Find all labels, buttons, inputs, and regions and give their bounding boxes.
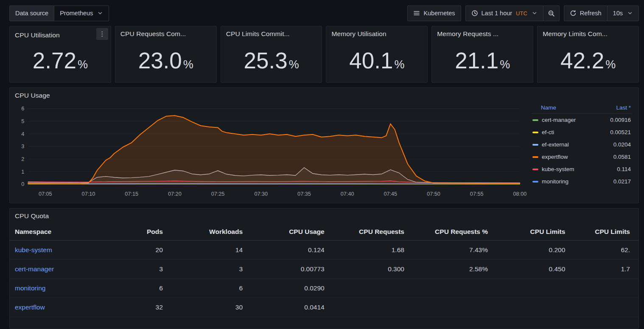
legend-item[interactable]: monitoring0.0217 bbox=[532, 175, 632, 188]
stat-panel-2: CPU Requests Com...23.0% bbox=[115, 26, 217, 83]
stat-value: 25.3% bbox=[221, 41, 322, 80]
legend-item[interactable]: cert-manager0.00916 bbox=[532, 114, 632, 126]
panel-menu-button[interactable]: ⋮ bbox=[96, 28, 108, 40]
stat-panel-title[interactable]: Memory Utilisation bbox=[331, 30, 386, 38]
datasource-select[interactable]: Prometheus bbox=[54, 6, 109, 21]
stat-number: 40.1 bbox=[349, 48, 393, 73]
value-cell: 0.300 bbox=[333, 260, 413, 279]
refresh-interval-select[interactable]: 10s bbox=[608, 6, 639, 21]
column-header-2[interactable]: Pods bbox=[92, 223, 171, 241]
cpu-quota-panel-header: CPU Quota bbox=[10, 208, 638, 220]
time-range-picker[interactable]: Last 1 hour UTC bbox=[465, 6, 543, 21]
value-cell: 1.68 bbox=[333, 241, 413, 260]
stat-unit: % bbox=[605, 58, 616, 71]
value-cell: 3 bbox=[171, 260, 251, 279]
value-cell: 3 bbox=[92, 260, 171, 279]
namespace-link[interactable]: expertflow bbox=[15, 304, 45, 311]
cpu-usage-chart-area: 012345607:0507:1007:1507:2007:2507:3007:… bbox=[13, 101, 526, 202]
column-header-8[interactable]: CPU Limits bbox=[574, 223, 638, 241]
svg-text:5: 5 bbox=[21, 118, 24, 124]
stat-number: 23.0 bbox=[138, 48, 182, 73]
stat-panel-title[interactable]: Memory Limits Com... bbox=[543, 30, 608, 38]
column-header-3[interactable]: Workloads bbox=[171, 223, 251, 241]
legend-series-value: 0.0217 bbox=[613, 178, 631, 185]
value-cell bbox=[333, 298, 413, 317]
legend-series-name[interactable]: expertflow bbox=[542, 154, 613, 160]
svg-text:4: 4 bbox=[21, 131, 24, 137]
series-color-swatch bbox=[532, 181, 538, 183]
stat-unit: % bbox=[394, 58, 404, 71]
stat-panel-title[interactable]: CPU Utilisation bbox=[15, 31, 60, 39]
cpu-usage-graph-body: 012345607:0507:1007:1507:2007:2507:3007:… bbox=[10, 99, 638, 203]
namespace-link[interactable]: kube-system bbox=[15, 246, 52, 253]
legend-item[interactable]: ef-external0.0204 bbox=[532, 138, 632, 151]
clock-icon bbox=[471, 10, 478, 17]
legend-series-name[interactable]: cert-manager bbox=[542, 117, 610, 123]
series-color-swatch bbox=[532, 144, 538, 146]
panel-title-cpu-usage[interactable]: CPU Usage bbox=[15, 92, 50, 99]
column-header-4[interactable]: CPU Usage bbox=[251, 223, 333, 241]
stat-panel-title[interactable]: CPU Limits Commit... bbox=[226, 30, 290, 38]
value-cell bbox=[333, 279, 413, 298]
legend-series-name[interactable]: monitoring bbox=[542, 178, 613, 185]
value-cell: 20 bbox=[92, 241, 171, 260]
value-cell bbox=[574, 279, 638, 298]
stat-panel-title[interactable]: Memory Requests ... bbox=[437, 30, 498, 38]
datasource-label: Data source bbox=[9, 6, 54, 21]
legend-name-header[interactable]: Name bbox=[541, 104, 556, 111]
value-cell: 32 bbox=[92, 298, 171, 317]
svg-text:07:50: 07:50 bbox=[427, 191, 440, 197]
refresh-icon bbox=[570, 10, 577, 17]
cpu-usage-panel-header: CPU Usage bbox=[10, 88, 638, 99]
cpu-usage-chart[interactable]: 012345607:0507:1007:1507:2007:2507:3007:… bbox=[13, 101, 526, 198]
chevron-down-icon bbox=[532, 10, 538, 16]
svg-text:2: 2 bbox=[21, 156, 24, 162]
column-header-5[interactable]: CPU Requests bbox=[333, 223, 413, 241]
stat-unit: % bbox=[500, 58, 510, 71]
refresh-button[interactable]: Refresh bbox=[564, 6, 608, 21]
stat-panel-5: Memory Requests ...21.1% bbox=[431, 26, 533, 83]
column-header-1[interactable]: Namespace bbox=[10, 223, 92, 241]
legend-series-name[interactable]: ef-external bbox=[542, 141, 613, 148]
value-cell: 0.124 bbox=[251, 241, 333, 260]
stat-unit: % bbox=[183, 58, 193, 71]
series-color-swatch bbox=[532, 132, 538, 133]
svg-text:07:05: 07:05 bbox=[39, 191, 52, 197]
panel-title-cpu-quota[interactable]: CPU Quota bbox=[15, 212, 49, 220]
toolbar-right: Kubernetes Last 1 hour UTC Refresh bbox=[407, 6, 639, 21]
legend-last-header[interactable]: Last * bbox=[616, 104, 631, 111]
table-row: kube-system20140.1241.687.43%0.20062. bbox=[10, 241, 638, 260]
legend-item[interactable]: ef-cti0.00521 bbox=[532, 126, 632, 138]
column-header-6[interactable]: CPU Requests % bbox=[413, 223, 496, 241]
namespace-link[interactable]: cert-manager bbox=[15, 265, 54, 273]
legend-item[interactable]: expertflow0.0581 bbox=[532, 151, 632, 163]
legend-series-name[interactable]: kube-system bbox=[542, 166, 617, 172]
legend-series-name[interactable]: ef-cti bbox=[542, 129, 610, 135]
legend-item[interactable]: kube-system0.114 bbox=[532, 163, 632, 175]
zoom-out-button[interactable] bbox=[543, 6, 560, 21]
datasource-value-text: Prometheus bbox=[60, 10, 93, 17]
time-controls: Last 1 hour UTC bbox=[465, 6, 560, 21]
cpu-usage-legend: Name Last * cert-manager0.00916ef-cti0.0… bbox=[526, 101, 635, 202]
dashboard-page: Data source Prometheus Kubernetes Last 1… bbox=[0, 0, 644, 329]
timezone-label: UTC bbox=[516, 10, 527, 17]
svg-text:08:00: 08:00 bbox=[513, 191, 526, 197]
cpu-usage-panel: CPU Usage 012345607:0507:1007:1507:2007:… bbox=[9, 87, 639, 203]
svg-text:6: 6 bbox=[21, 105, 24, 112]
kubernetes-button[interactable]: Kubernetes bbox=[407, 6, 461, 21]
namespace-cell: cert-manager bbox=[10, 260, 92, 279]
stat-panel-header: Memory Requests ... bbox=[432, 26, 533, 38]
svg-text:0: 0 bbox=[21, 181, 24, 187]
quota-header-row: NamespacePodsWorkloadsCPU UsageCPU Reque… bbox=[10, 223, 638, 241]
legend-series-value: 0.0204 bbox=[613, 141, 631, 148]
namespace-link[interactable]: monitoring bbox=[15, 284, 45, 292]
stat-number: 42.2 bbox=[560, 48, 604, 73]
value-cell bbox=[413, 298, 496, 317]
stat-panel-header: Memory Utilisation bbox=[326, 26, 427, 38]
toolbar-left: Data source Prometheus bbox=[9, 6, 109, 21]
column-header-7[interactable]: CPU Limits bbox=[496, 223, 574, 241]
refresh-button-label: Refresh bbox=[580, 10, 602, 17]
value-cell: 14 bbox=[171, 241, 251, 260]
stat-panel-title[interactable]: CPU Requests Com... bbox=[120, 30, 186, 38]
namespace-cell: kube-system bbox=[10, 241, 92, 260]
